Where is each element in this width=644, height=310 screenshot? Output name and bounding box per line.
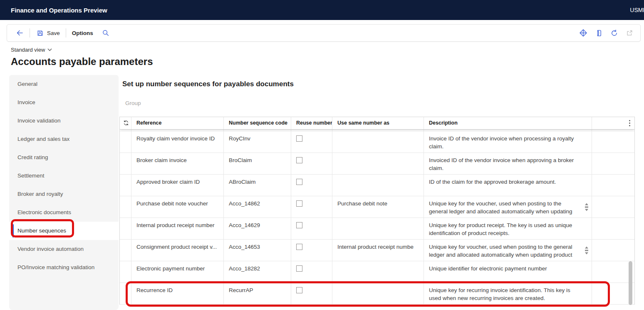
reference-cell[interactable]: Electronic payment number xyxy=(131,261,224,282)
row-selector-cell[interactable] xyxy=(120,196,131,218)
table-row-internal-product-receipt-number[interactable]: Internal product receipt number Acco_146… xyxy=(120,218,634,240)
sidebar-item-number-sequences[interactable]: Number sequences xyxy=(9,222,119,240)
reuse-numbers-cell[interactable] xyxy=(291,153,332,174)
reuse-numbers-cell[interactable] xyxy=(291,131,332,152)
col-header-number-sequence-code[interactable]: Number sequence code xyxy=(224,117,291,129)
scroll-spinner[interactable] xyxy=(585,203,588,211)
row-selector-cell[interactable] xyxy=(120,153,131,174)
sidebar-item-po-invoice-matching-validation[interactable]: PO/Invoice matching validation xyxy=(9,258,119,277)
description-cell[interactable]: Unique key for voucher, used when postin… xyxy=(424,240,592,261)
sidebar-item-credit-rating[interactable]: Credit rating xyxy=(9,148,119,167)
number-sequence-code-cell[interactable]: RoyCInv xyxy=(224,131,291,152)
sidebar-item-electronic-documents[interactable]: Electronic documents xyxy=(9,203,119,222)
open-in-new-window-icon[interactable] xyxy=(625,29,634,37)
reference-cell[interactable]: Purchase debit note voucher xyxy=(131,196,224,218)
reuse-numbers-cell[interactable] xyxy=(291,261,332,282)
number-sequence-code-cell[interactable]: RecurrAP xyxy=(224,283,291,304)
reference-cell[interactable]: Broker claim invoice xyxy=(131,153,224,174)
sidebar-item-settlement[interactable]: Settlement xyxy=(9,167,119,185)
save-button[interactable]: Save xyxy=(32,27,64,39)
table-row-electronic-payment-number[interactable]: Electronic payment number Acco_18282 Uni… xyxy=(120,261,634,283)
reuse-numbers-cell[interactable] xyxy=(291,283,332,304)
use-same-number-as-cell[interactable] xyxy=(332,283,424,304)
sidebar-item-invoice-validation[interactable]: Invoice validation xyxy=(9,112,119,130)
sidebar-item-broker-and-royalty[interactable]: Broker and royalty xyxy=(9,185,119,203)
reference-cell[interactable]: Recurrence ID xyxy=(131,283,224,304)
reuse-numbers-cell[interactable] xyxy=(291,240,332,261)
page-title: Accounts payable parameters xyxy=(11,56,153,68)
options-button[interactable]: Options xyxy=(68,27,97,39)
col-header-reuse-numbers[interactable]: Reuse numbers xyxy=(291,117,332,129)
reuse-numbers-checkbox[interactable] xyxy=(296,179,302,185)
description-cell[interactable]: Unique key for product receipt. The key … xyxy=(424,218,592,239)
table-row-broker-claim-invoice[interactable]: Broker claim invoice BroClaim Invoiced I… xyxy=(120,153,634,175)
filler-cell xyxy=(592,131,634,152)
reuse-numbers-checkbox[interactable] xyxy=(296,244,302,250)
use-same-number-as-cell[interactable] xyxy=(332,218,424,239)
description-cell[interactable]: Invoice ID of the vendor invoice when pr… xyxy=(424,131,592,152)
description-cell[interactable]: ID of the claim for the approved brokera… xyxy=(424,175,592,196)
number-sequence-code-cell[interactable]: Acco_14862 xyxy=(224,196,291,218)
reuse-numbers-cell[interactable] xyxy=(291,218,332,239)
row-selector-cell[interactable] xyxy=(120,261,131,282)
reuse-numbers-checkbox[interactable] xyxy=(296,200,302,207)
number-sequence-code-cell[interactable]: Acco_14629 xyxy=(224,218,291,239)
table-row-royalty-claim-vendor-invoice-id[interactable]: Royalty claim vendor invoice ID RoyCInv … xyxy=(120,131,634,153)
reference-cell[interactable]: Royalty claim vendor invoice ID xyxy=(131,131,224,152)
search-button[interactable] xyxy=(97,27,114,39)
apps-diamond-icon[interactable] xyxy=(579,29,587,37)
sidebar-item-invoice[interactable]: Invoice xyxy=(9,93,119,112)
sidebar-item-label: PO/Invoice matching validation xyxy=(17,264,94,270)
row-selector-cell[interactable] xyxy=(120,175,131,196)
number-sequence-code-cell[interactable]: BroClaim xyxy=(224,153,291,174)
reuse-numbers-checkbox[interactable] xyxy=(296,287,302,293)
sidebar-item-label: Invoice validation xyxy=(17,118,61,124)
description-cell[interactable]: Invoiced ID of the vendor invoice when a… xyxy=(424,153,592,174)
vertical-scrollbar-thumb[interactable] xyxy=(629,261,632,305)
table-row-purchase-debit-note-voucher[interactable]: Purchase debit note voucher Acco_14862 P… xyxy=(120,196,634,218)
sidebar-item-vendor-invoice-automation[interactable]: Vendor invoice automation xyxy=(9,240,119,258)
reuse-numbers-checkbox[interactable] xyxy=(296,265,302,272)
reference-cell[interactable]: Approved broker claim ID xyxy=(131,175,224,196)
table-row-consignment-product-receipt-v[interactable]: Consignment product receipt v... Acco_14… xyxy=(120,240,634,261)
refresh-icon[interactable] xyxy=(610,29,618,37)
company-picker[interactable]: USMF xyxy=(630,0,644,20)
row-selector-cell[interactable] xyxy=(120,131,131,152)
reference-cell[interactable]: Internal product receipt number xyxy=(131,218,224,239)
scroll-spinner[interactable] xyxy=(585,246,588,254)
number-sequence-code-cell[interactable]: Acco_18282 xyxy=(224,261,291,282)
row-selector-cell[interactable] xyxy=(120,240,131,261)
col-header-description[interactable]: Description xyxy=(424,117,592,129)
use-same-number-as-cell[interactable] xyxy=(332,131,424,152)
table-row-approved-broker-claim-id[interactable]: Approved broker claim ID ABroClaim ID of… xyxy=(120,175,634,196)
number-sequence-code-cell[interactable]: ABroClaim xyxy=(224,175,291,196)
reuse-numbers-checkbox[interactable] xyxy=(296,135,302,142)
row-selector-cell[interactable] xyxy=(120,218,131,239)
grid-more-options-icon[interactable] xyxy=(629,120,630,126)
back-button[interactable] xyxy=(11,27,28,39)
reuse-numbers-checkbox[interactable] xyxy=(296,222,302,228)
col-header-reference[interactable]: Reference xyxy=(131,117,224,129)
description-cell[interactable]: Unique key for the voucher, used when po… xyxy=(424,196,592,218)
reuse-numbers-cell[interactable] xyxy=(291,196,332,218)
view-selector[interactable]: Standard view xyxy=(11,47,52,53)
reuse-numbers-checkbox[interactable] xyxy=(296,157,302,163)
row-selector-cell[interactable] xyxy=(120,283,131,304)
use-same-number-as-cell[interactable] xyxy=(332,261,424,282)
use-same-number-as-cell[interactable]: Purchase debit note xyxy=(332,196,424,218)
reference-cell[interactable]: Consignment product receipt v... xyxy=(131,240,224,261)
description-cell[interactable]: Unique key for recurring invoice identif… xyxy=(424,283,592,304)
col-header-use-same-number-as[interactable]: Use same number as xyxy=(332,117,424,129)
number-sequences-grid: Reference Number sequence code Reuse num… xyxy=(119,117,635,305)
grid-refresh-cell[interactable] xyxy=(120,117,131,129)
sidebar-item-general[interactable]: General xyxy=(9,75,119,93)
use-same-number-as-cell[interactable] xyxy=(332,153,424,174)
sidebar-item-ledger-and-sales-tax[interactable]: Ledger and sales tax xyxy=(9,130,119,148)
use-same-number-as-cell[interactable]: Internal product receipt numbe xyxy=(332,240,424,261)
description-cell[interactable]: Unique identifier for electronic payment… xyxy=(424,261,592,282)
use-same-number-as-cell[interactable] xyxy=(332,175,424,196)
reuse-numbers-cell[interactable] xyxy=(291,175,332,196)
book-icon[interactable] xyxy=(594,29,603,37)
number-sequence-code-cell[interactable]: Acco_14653 xyxy=(224,240,291,261)
table-row-recurrence-id[interactable]: Recurrence ID RecurrAP Unique key for re… xyxy=(120,283,634,305)
